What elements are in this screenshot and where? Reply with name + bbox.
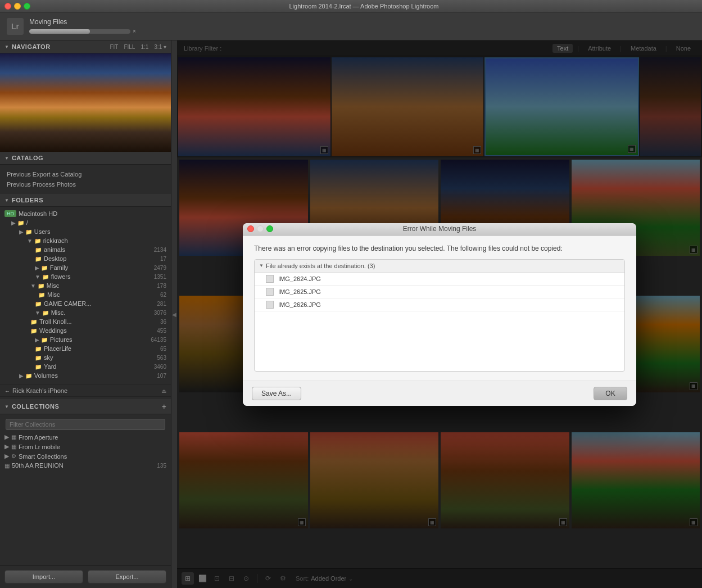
modal-overlay: Error While Moving Files There was an er…: [177, 40, 702, 588]
catalog-header[interactable]: ▼ Catalog: [0, 152, 171, 165]
collection-50th-count: 135: [157, 463, 166, 469]
dialog-body: There was an error copying files to the …: [243, 236, 636, 381]
folders-title: Folders: [12, 197, 43, 203]
folder-flowers[interactable]: ▼ 📁 flowers 1351: [0, 272, 171, 281]
catalog-item-process[interactable]: Previous Process Photos: [0, 179, 171, 189]
collection-lr-arrow-icon: ▶: [4, 443, 9, 450]
iphone-row[interactable]: ← Rick Krach's iPhone ⏏: [0, 385, 171, 397]
dialog-minimize-button[interactable]: [257, 225, 264, 232]
folder-yard-icon: 📁: [35, 364, 42, 370]
folder-misc-main[interactable]: ▼ 📁 Misc. 3076: [0, 308, 171, 317]
collections-header[interactable]: ▼ Collections +: [0, 399, 171, 414]
add-collection-button[interactable]: +: [162, 402, 166, 411]
left-panel: ▼ Navigator FIT FILL 1:1 3:1 ▾: [0, 40, 171, 588]
folder-macintosh-hd[interactable]: HD Macintosh HD: [0, 209, 171, 218]
folder-placerlife[interactable]: 📁 PlacerLife 65: [0, 344, 171, 353]
collapse-handle[interactable]: ◀: [171, 40, 177, 588]
collapse-icon: ◀: [172, 311, 176, 318]
error-file-1: IMG_2624.JPG: [278, 275, 321, 282]
eject-icon[interactable]: ⏏: [161, 388, 166, 394]
collections-section: ▶ ▦ From Aperture ▶ ▦ From Lr mobile ▶ ⚙…: [0, 414, 171, 472]
folder-misc-2[interactable]: 📁 Misc 62: [0, 290, 171, 299]
maximize-button[interactable]: [24, 3, 30, 10]
content-area: ▼ Navigator FIT FILL 1:1 3:1 ▾: [0, 40, 702, 588]
collection-smart-collections[interactable]: ▶ ⚙ Smart Collections: [0, 451, 171, 461]
error-file-row-2: IMG_2625.JPG: [255, 286, 624, 298]
titlebar: Lightroom 2014-2.lrcat — Adobe Photoshop…: [0, 0, 702, 12]
folder-troll-knoll[interactable]: 📁 Troll Knoll... 36: [0, 317, 171, 326]
collections-triangle: ▼: [4, 404, 9, 409]
save-as-button[interactable]: Save As...: [252, 387, 301, 400]
app-container: Lr Moving Files × ▼ Navigator FIT: [0, 12, 702, 588]
catalog-title: Catalog: [12, 155, 43, 161]
navigator-controls: FIT FILL 1:1 3:1 ▾: [110, 44, 166, 50]
iphone-icon: ←: [4, 388, 10, 394]
file-icon-1: [266, 275, 274, 283]
minimize-button[interactable]: [14, 3, 21, 10]
error-list-header[interactable]: ▼ File already exists at the destination…: [255, 260, 624, 273]
ok-button[interactable]: OK: [594, 387, 627, 400]
moving-files-title: Moving Files: [29, 18, 136, 26]
error-dialog: Error While Moving Files There was an er…: [243, 223, 636, 406]
folder-root[interactable]: ▶ 📁 /: [0, 218, 171, 227]
dialog-maximize-button[interactable]: [266, 225, 273, 232]
export-button[interactable]: Export...: [88, 570, 166, 584]
navigator-header[interactable]: ▼ Navigator FIT FILL 1:1 3:1 ▾: [0, 40, 171, 53]
close-button[interactable]: [4, 3, 11, 10]
folder-flowers-icon: ▼ 📁: [35, 274, 49, 280]
folder-yard[interactable]: 📁 Yard 3460: [0, 362, 171, 371]
folder-sky[interactable]: 📁 sky 563: [0, 353, 171, 362]
collection-from-aperture-label: From Aperture: [19, 434, 58, 441]
folder-misc1-label: Misc: [47, 282, 60, 289]
folder-animals-label: animals: [44, 246, 65, 253]
folder-gamecam-label: GAME CAMER...: [44, 300, 91, 307]
folder-arrow-icon: ▶ 📁: [11, 220, 24, 226]
file-icon-3: [266, 301, 274, 309]
folder-users[interactable]: ▶ 📁 Users: [0, 227, 171, 236]
folder-animals[interactable]: 📁 animals 2134: [0, 245, 171, 254]
folder-troll-label: Troll Knoll...: [39, 318, 72, 325]
folder-game-camera[interactable]: 📁 GAME CAMER... 281: [0, 299, 171, 308]
collection-50th-aa-reunion[interactable]: ▦ 50th AA REUNION 135: [0, 461, 171, 470]
progress-bar-bg: [29, 29, 130, 34]
collection-from-lr-mobile[interactable]: ▶ ▦ From Lr mobile: [0, 442, 171, 451]
collection-smart-arrow-icon: ▶: [4, 453, 9, 460]
left-panel-spacer: [0, 472, 171, 565]
collection-from-aperture[interactable]: ▶ ▦ From Aperture: [0, 432, 171, 442]
import-button[interactable]: Import...: [4, 570, 83, 584]
folder-misc-main-label: Misc.: [51, 309, 66, 316]
folder-pictures-icon: ▶ 📁: [35, 337, 48, 343]
folder-desktop[interactable]: 📁 Desktop 17: [0, 254, 171, 263]
collection-lr-type-icon: ▦: [11, 444, 16, 450]
folder-weddings[interactable]: 📁 Weddings 455: [0, 326, 171, 335]
iphone-label: Rick Krach's iPhone: [12, 387, 67, 394]
folder-rickkrach[interactable]: ▼ 📁 rickkrach: [0, 236, 171, 245]
catalog-triangle: ▼: [4, 156, 9, 161]
catalog-item-export[interactable]: Previous Export as Catalog: [0, 169, 171, 179]
folder-placerlife-icon: 📁: [35, 346, 42, 352]
folder-volumes[interactable]: ▶ 📁 Volumes 107: [0, 371, 171, 380]
collection-50th-label: 50th AA REUNION: [12, 462, 64, 469]
folders-header[interactable]: ▼ Folders: [0, 194, 171, 207]
progress-cancel-button[interactable]: ×: [133, 28, 136, 34]
error-list-container[interactable]: ▼ File already exists at the destination…: [254, 259, 625, 372]
progress-bar-fill: [29, 29, 90, 34]
dialog-titlebar: Error While Moving Files: [243, 223, 636, 236]
error-file-2: IMG_2625.JPG: [278, 288, 321, 295]
folder-flowers-label: flowers: [51, 273, 71, 280]
folder-pictures[interactable]: ▶ 📁 Pictures 64135: [0, 335, 171, 344]
dialog-close-button[interactable]: [247, 225, 254, 232]
top-bar: Lr Moving Files ×: [0, 12, 702, 40]
folder-misc-1[interactable]: ▼ 📁 Misc 178: [0, 281, 171, 290]
folder-family-icon: ▶ 📁: [35, 265, 48, 271]
dialog-footer: Save As... OK: [243, 381, 636, 406]
folder-rickkrach-label: rickkrach: [43, 237, 68, 244]
folder-gamecam-icon: 📁: [35, 301, 42, 307]
moving-files-section: Moving Files ×: [29, 18, 136, 34]
filter-collections-input[interactable]: [6, 419, 165, 430]
dialog-traffic-lights[interactable]: [247, 225, 273, 232]
folder-users-label: Users: [34, 228, 51, 235]
folder-family[interactable]: ▶ 📁 Family 2479: [0, 263, 171, 272]
collection-smart-type-icon: ⚙: [11, 453, 16, 459]
traffic-lights[interactable]: [4, 3, 30, 10]
